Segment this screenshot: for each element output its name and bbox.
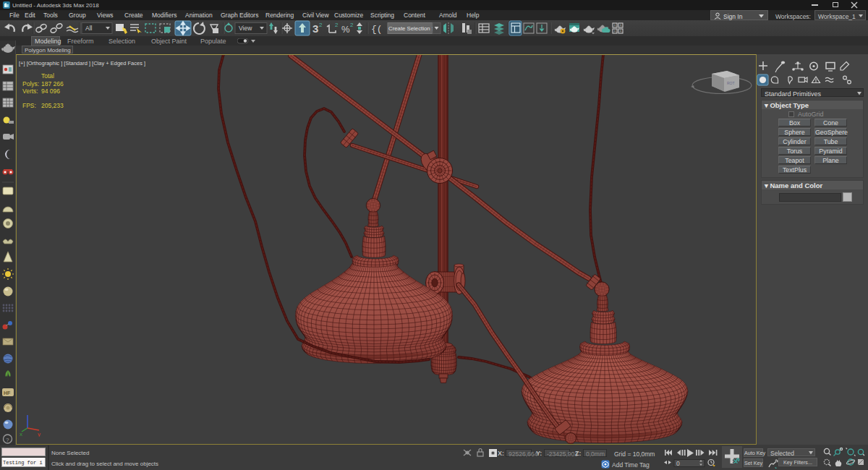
svg-text:ROT: ROT	[727, 81, 735, 85]
svg-text:?: ?	[6, 437, 9, 443]
svg-text:3: 3	[312, 22, 318, 35]
svg-text:2: 2	[319, 22, 323, 28]
svg-text:%: %	[341, 24, 350, 35]
svg-text:All: All	[85, 25, 93, 32]
svg-text:Create Selection Se: Create Selection Se	[388, 25, 438, 32]
svg-text:A: A	[614, 30, 616, 33]
svg-text:0: 0	[676, 460, 680, 467]
svg-text:View: View	[239, 25, 252, 32]
svg-text:2: 2	[350, 22, 354, 28]
svg-text:A: A	[620, 30, 622, 33]
svg-text:2: 2	[335, 22, 339, 28]
svg-text:A: A	[614, 24, 616, 27]
svg-text:HF: HF	[4, 390, 11, 396]
svg-text:x: x	[20, 431, 22, 437]
svg-text:y: y	[38, 431, 41, 437]
svg-text:A: A	[620, 24, 622, 27]
svg-text:{(: {(	[371, 24, 383, 35]
